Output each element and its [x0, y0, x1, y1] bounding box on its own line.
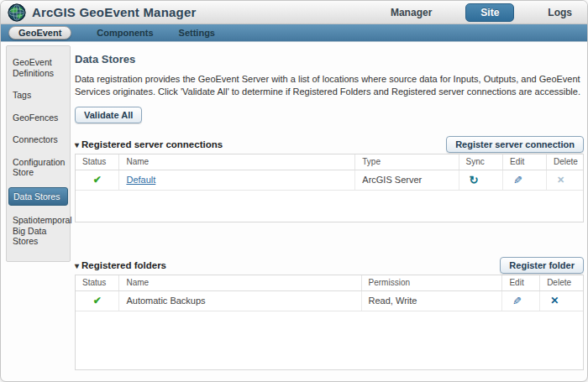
page-description: Data registration provides the GeoEvent …: [75, 73, 584, 97]
server-connections-table: Status Name Type Sync Edit Delete ✔ Defa…: [75, 154, 584, 222]
col-edit: Edit: [503, 154, 547, 170]
registered-folders-table: Status Name Permission Edit Delete ✔ Aut…: [75, 275, 584, 370]
registered-folders-title[interactable]: ▾Registered folders: [75, 260, 166, 274]
register-folder-button[interactable]: Register folder: [500, 257, 584, 274]
sidebar: GeoEvent Definitions Tags GeoFences Conn…: [6, 45, 71, 262]
col-edit: Edit: [502, 275, 540, 290]
app-title: ArcGIS GeoEvent Manager: [32, 5, 197, 19]
folder-name: Automatic Backups: [119, 290, 361, 311]
sidebar-item-data-stores[interactable]: Data Stores: [8, 187, 68, 207]
primary-nav: GeoEvent Components Settings: [1, 24, 587, 42]
logs-link[interactable]: Logs: [543, 5, 577, 20]
validate-all-button[interactable]: Validate All: [75, 107, 142, 123]
tab-components[interactable]: Components: [97, 28, 153, 38]
col-delete: Delete: [546, 154, 583, 170]
status-valid-icon: ✔: [93, 295, 102, 306]
col-status: Status: [76, 154, 119, 170]
table-header-row: Status Name Type Sync Edit Delete: [76, 154, 583, 170]
edit-pencil-icon[interactable]: ✎: [513, 174, 522, 186]
site-button[interactable]: Site: [465, 3, 514, 22]
collapse-caret-icon: ▾: [75, 261, 79, 270]
registered-folders-section: ▾Registered folders Register folder Stat…: [75, 257, 584, 370]
registered-folders-section-head: ▾Registered folders Register folder: [75, 257, 584, 274]
table-row: ✔ Automatic Backups Read, Write ✎ ✕: [76, 290, 583, 311]
connection-name-link[interactable]: Default: [126, 175, 155, 185]
sidebar-item-configuration-store[interactable]: Configuration Store: [7, 154, 70, 181]
app-header: ArcGIS GeoEvent Manager Manager Site Log…: [1, 1, 587, 24]
delete-icon[interactable]: ✕: [557, 175, 564, 185]
sidebar-item-spatiotemporal-big-data-stores[interactable]: Spatiotemporal Big Data Stores: [7, 212, 70, 249]
col-type: Type: [355, 154, 459, 170]
table-header-row: Status Name Permission Edit Delete: [76, 275, 583, 290]
col-sync: Sync: [459, 154, 503, 170]
server-connections-title[interactable]: ▾Registered server connections: [75, 139, 223, 153]
folder-permission: Read, Write: [361, 290, 502, 311]
table-row: ✔ Default ArcGIS Server ↻ ✎ ✕: [76, 170, 583, 190]
sidebar-item-geoevent-definitions[interactable]: GeoEvent Definitions: [7, 55, 70, 81]
main-content: Data Stores Data registration provides t…: [75, 45, 584, 370]
tab-settings[interactable]: Settings: [179, 28, 215, 38]
col-permission: Permission: [361, 275, 502, 290]
col-name: Name: [119, 275, 361, 290]
delete-icon[interactable]: ✕: [550, 295, 559, 306]
collapse-caret-icon: ▾: [75, 140, 79, 149]
register-server-connection-button[interactable]: Register server connection: [446, 136, 584, 153]
col-status: Status: [76, 275, 119, 290]
tab-geoevent[interactable]: GeoEvent: [8, 26, 71, 39]
sync-icon[interactable]: ↻: [470, 174, 479, 186]
edit-pencil-icon[interactable]: ✎: [512, 295, 522, 307]
page-title: Data Stores: [75, 53, 584, 65]
connection-type: ArcGIS Server: [355, 170, 459, 190]
status-valid-icon: ✔: [93, 174, 102, 186]
sidebar-item-geofences[interactable]: GeoFences: [7, 110, 70, 126]
server-connections-section-head: ▾Registered server connections Register …: [75, 136, 584, 153]
geoevent-manager-window: ArcGIS GeoEvent Manager Manager Site Log…: [0, 0, 588, 382]
col-name: Name: [119, 154, 355, 170]
sidebar-item-connectors[interactable]: Connectors: [7, 132, 70, 148]
sidebar-item-tags[interactable]: Tags: [7, 87, 70, 103]
header-nav: Manager Site Logs: [386, 3, 577, 22]
server-connections-section: ▾Registered server connections Register …: [75, 136, 584, 222]
arcgis-globe-icon: [8, 3, 26, 22]
manager-link[interactable]: Manager: [386, 5, 437, 20]
col-delete: Delete: [540, 275, 583, 290]
